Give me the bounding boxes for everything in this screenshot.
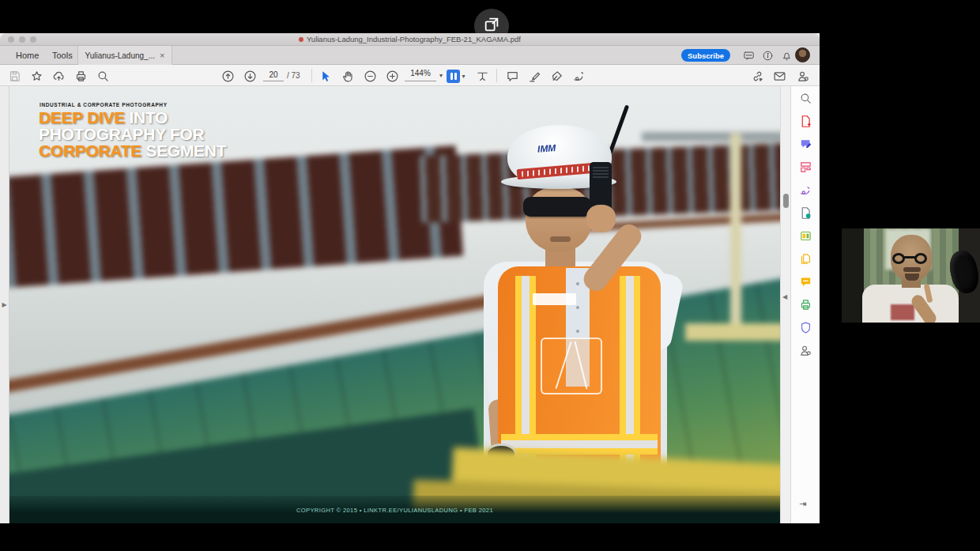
worker-hand [586, 205, 616, 232]
sidebar-comment-icon[interactable] [798, 274, 813, 289]
panel-collapse-icon[interactable]: ⇥ [799, 499, 806, 509]
sidebar-search-icon[interactable] [798, 91, 813, 106]
sidebar-send-signature-icon[interactable] [798, 343, 813, 358]
previous-page-icon[interactable] [220, 68, 236, 84]
sidebar-export-pdf-icon[interactable] [798, 206, 813, 221]
right-panel-toggle-icon[interactable]: ◀ [782, 293, 787, 300]
favorite-star-icon[interactable] [28, 68, 44, 84]
tab-bar: Home Tools Yulianus-Ladung_... × Subscri… [0, 46, 820, 65]
share-link-icon[interactable] [749, 68, 765, 84]
window-titlebar: Yulianus-Ladung_Industrial-Photography_F… [0, 33, 820, 46]
share-people-icon[interactable] [795, 68, 811, 84]
save-icon[interactable] [6, 68, 22, 84]
sign-pen-icon[interactable] [548, 68, 564, 84]
find-icon[interactable] [95, 68, 111, 84]
tools-sidebar: ⇥ [790, 86, 820, 523]
tab-document[interactable]: Yulianus-Ladung_... × [77, 46, 172, 65]
fit-width-icon[interactable] [474, 68, 490, 84]
panel-expand-icon: ▶ [2, 301, 6, 308]
page-display-icon[interactable]: ▾ [444, 68, 468, 84]
slide-kicker: INDUSTRIAL & CORPORATE PHOTOGRAPHY [40, 102, 168, 108]
zoom-caret-icon[interactable]: ▾ [439, 72, 443, 79]
notifications-bell-icon[interactable] [779, 48, 793, 62]
page-number-input[interactable] [263, 69, 284, 81]
page-display-caret-icon: ▾ [462, 73, 465, 80]
zoom-out-icon[interactable] [362, 68, 378, 84]
glasses-right-lens [914, 253, 927, 264]
vertical-scrollbar[interactable]: ◀ [780, 86, 790, 523]
select-tool-icon[interactable] [318, 68, 334, 84]
sunglasses [523, 197, 591, 217]
acrobat-window: Yulianus-Ladung_Industrial-Photography_F… [0, 33, 820, 523]
vest-name-patch [533, 293, 576, 305]
zoom-in-icon[interactable] [384, 68, 400, 84]
glasses-left-lens [892, 253, 905, 264]
sidebar-create-pdf-icon[interactable] [798, 114, 813, 129]
content-area: ▶ [0, 86, 820, 523]
highlighter-icon[interactable] [526, 68, 542, 84]
webcam-overlay [842, 228, 980, 323]
tab-tools[interactable]: Tools [47, 49, 77, 62]
next-page-icon[interactable] [242, 68, 258, 84]
helmet-logo: IMM [537, 142, 556, 155]
tab-home[interactable]: Home [11, 49, 43, 62]
sidebar-combine-files-icon[interactable] [798, 251, 813, 266]
fill-sign-icon[interactable] [571, 68, 586, 84]
pdf-page: IMM INDUSTRIAL & CORPORATE PHOTOGRAPHY D… [9, 86, 780, 523]
sidebar-organize-pages-icon[interactable] [798, 160, 813, 175]
comment-icon[interactable] [504, 68, 520, 84]
info-icon[interactable] [760, 48, 775, 62]
share-cloud-icon[interactable] [51, 68, 66, 84]
modified-dot [299, 37, 303, 42]
hand-tool-icon[interactable] [340, 68, 356, 84]
slide-headline: DEEP DIVE INTO PHOTOGRAPHY FOR CORPORATE… [39, 109, 226, 159]
window-title: Yulianus-Ladung_Industrial-Photography_F… [0, 35, 820, 43]
close-tab-icon[interactable]: × [160, 51, 164, 60]
vest-pocket [541, 338, 602, 394]
subscribe-button[interactable]: Subscribe [681, 49, 730, 62]
sidebar-protect-icon[interactable] [798, 320, 813, 335]
account-avatar[interactable] [795, 47, 810, 62]
email-icon[interactable] [771, 68, 787, 84]
page-total-label: / 73 [287, 71, 300, 80]
sidebar-fill-sign-icon[interactable] [798, 183, 813, 198]
zoom-level-value[interactable]: 144% [405, 69, 436, 81]
document-toolbar: / 73 144% ▾ ▾ [0, 65, 820, 86]
print-icon[interactable] [73, 68, 89, 84]
scrollbar-thumb[interactable] [783, 194, 789, 208]
sidebar-print-production-icon[interactable] [798, 297, 813, 312]
sidebar-rich-media-icon[interactable] [798, 228, 813, 243]
left-panel-toggle[interactable]: ▶ [0, 86, 9, 523]
copyright-line: COPYRIGHT © 2015 • LINKTR.EE/YULIANUSLAD… [9, 507, 780, 514]
feedback-icon[interactable] [741, 48, 756, 62]
sidebar-edit-pdf-icon[interactable] [798, 137, 813, 152]
